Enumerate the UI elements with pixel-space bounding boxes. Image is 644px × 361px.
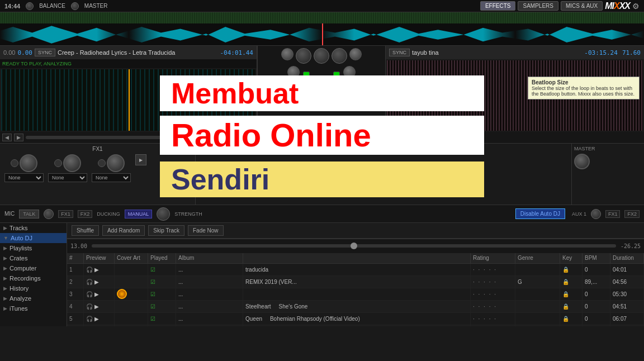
autodj-toggle-button[interactable]: Disable Auto DJ — [515, 208, 565, 219]
right-eq-lo[interactable] — [343, 93, 356, 105]
col-key[interactable]: Key — [560, 253, 583, 263]
samplers-button[interactable]: SAMPLERS — [518, 1, 558, 11]
left-eq-mid[interactable] — [287, 79, 300, 92]
aux-gain-knob[interactable] — [591, 209, 601, 219]
deck-left-loop-out[interactable]: ▶ — [14, 134, 23, 141]
deck-left-sync[interactable]: SYNC — [35, 49, 55, 56]
left-channel-fader[interactable] — [303, 72, 310, 105]
col-genre[interactable]: Genre — [515, 253, 560, 263]
eq-mid-knob[interactable] — [314, 48, 329, 64]
mic-gain-knob[interactable] — [44, 209, 54, 219]
balance-knob[interactable] — [26, 2, 34, 10]
right-eq-hi[interactable] — [343, 66, 356, 78]
add-random-button[interactable]: Add Random — [102, 225, 145, 236]
skip-track-button[interactable]: Skip Track — [148, 225, 184, 236]
mics-aux-button[interactable]: MICS & AUX — [561, 1, 603, 11]
crossfader-slider[interactable] — [92, 244, 616, 248]
beatloop-down[interactable]: ▼ — [394, 134, 403, 141]
col-cover[interactable]: Cover Art — [115, 253, 148, 263]
sidebar-item-crates[interactable]: ▶ Crates — [0, 253, 67, 263]
table-row[interactable]: 3 🎧 ▶ ☑ ... · · · · · 🔒 0 05:30 — [67, 288, 644, 301]
fx-knob-3-group: None — [92, 154, 131, 182]
row4-preview[interactable]: 🎧 ▶ — [84, 301, 115, 312]
eq-crossfader-knob[interactable] — [296, 48, 311, 64]
col-duration[interactable]: Duration — [610, 253, 644, 263]
fx-select-2[interactable]: None — [48, 173, 87, 182]
beatloop-down2[interactable]: ▼ — [422, 134, 432, 141]
col-num[interactable]: # — [67, 253, 84, 263]
eq-headphone-knob[interactable] — [332, 48, 347, 64]
fade-now-button[interactable]: Fade Now — [188, 225, 224, 236]
table-row[interactable]: 6 🎧 ▶ ☑ ... rekaman2 · · · · · F 🔒 122 0… — [67, 325, 644, 326]
row5-preview[interactable]: 🎧 ▶ — [84, 313, 115, 325]
col-title[interactable] — [243, 253, 471, 263]
col-bpm[interactable]: BPM — [583, 253, 610, 263]
col-rating[interactable]: Rating — [471, 253, 515, 263]
sidebar-item-computer[interactable]: ▶ Computer — [0, 263, 67, 273]
row3-preview[interactable]: 🎧 ▶ — [84, 288, 115, 300]
deck-right-bpm: 71.60 — [622, 49, 641, 56]
effects-button[interactable]: EFFECTS — [480, 1, 516, 11]
row2-preview[interactable]: 🎧 ▶ — [84, 276, 115, 288]
left-vu-meter — [312, 76, 317, 104]
deck-right-sync[interactable]: SYNC — [389, 49, 410, 56]
aux-fx2-label: FX2 — [624, 210, 640, 218]
sidebar-item-tracks[interactable]: ▶ Tracks — [0, 223, 67, 233]
sidebar-item-history[interactable]: ▶ History — [0, 283, 67, 293]
sidebar-item-analyze[interactable]: ▶ Analyze — [0, 293, 67, 303]
mic-bar: MIC TALK FX1 FX2 DUCKING MANUAL STRENGTH… — [0, 205, 644, 223]
fx-power-btn-1[interactable] — [11, 159, 18, 167]
row2-title: REMIX 2019 (VER... — [243, 276, 471, 288]
col-played[interactable]: Played — [148, 253, 176, 263]
master-volume-knob[interactable] — [574, 154, 590, 169]
shuffle-button[interactable]: Shuffle — [72, 225, 99, 236]
sidebar-item-playlists[interactable]: ▶ Playlists — [0, 243, 67, 253]
sidebar-item-autodj[interactable]: ▼ Auto DJ — [0, 233, 67, 243]
fx-select-3[interactable]: None — [92, 173, 131, 182]
deck-left-loop-in[interactable]: ◀ — [2, 134, 12, 141]
sidebar: ▶ Tracks ▼ Auto DJ ▶ Playlists ▶ Crates … — [0, 223, 67, 326]
eq-lo-knob[interactable] — [349, 48, 362, 60]
right-channel-fader[interactable] — [333, 72, 340, 105]
row6-preview[interactable]: 🎧 ▶ — [84, 325, 115, 326]
right-eq-mid[interactable] — [343, 79, 356, 92]
fx-knob-1[interactable] — [20, 154, 37, 172]
fx-select-1[interactable]: None — [4, 173, 44, 182]
table-row[interactable]: 2 🎧 ▶ ☑ ... REMIX 2019 (VER... · · · · ·… — [67, 276, 644, 288]
deck-left-waveform[interactable] — [1, 69, 255, 131]
row5-bpm: 0 — [583, 313, 610, 325]
beatloop-val2: 4 — [416, 135, 420, 141]
sidebar-item-itunes[interactable]: ▶ iTunes — [0, 303, 67, 314]
row1-preview[interactable]: 🎧 ▶ — [84, 264, 115, 276]
row4-title: Steelheart She's Gone — [243, 301, 471, 312]
waveform-overview[interactable] — [0, 12, 644, 46]
left-eq-lo[interactable] — [287, 93, 300, 105]
fx-knob-3[interactable] — [107, 154, 125, 172]
beatloop-up[interactable]: ▲ — [405, 134, 414, 141]
fx1-label: FX1 — [58, 210, 73, 218]
cue-button[interactable]: CUE — [456, 134, 472, 141]
beatloop-up2[interactable]: ▲ — [434, 134, 443, 141]
ducking-strength-knob[interactable] — [157, 207, 170, 221]
sidebar-item-recordings[interactable]: ▶ Recordings — [0, 273, 67, 283]
fx-play-btn[interactable]: ▶ — [135, 154, 146, 165]
fx-power-btn-2[interactable] — [54, 159, 62, 167]
row4-album: ... — [176, 301, 243, 312]
table-row[interactable]: 1 🎧 ▶ ☑ ... traducida · · · · · 🔒 0 04:0… — [67, 264, 644, 276]
col-album[interactable]: Album — [176, 253, 243, 263]
ducking-label: DUCKING — [97, 211, 120, 217]
row1-album: ... — [176, 264, 243, 276]
left-eq-hi[interactable] — [287, 66, 300, 78]
fx-knob-2[interactable] — [63, 154, 81, 172]
master-knob[interactable] — [71, 2, 79, 10]
deck-left-position-slider[interactable] — [26, 136, 254, 139]
row3-spinner — [117, 289, 127, 299]
talk-button[interactable]: TALK — [19, 210, 39, 218]
loop-marker1: 1 — [446, 135, 449, 141]
eq-hi-knob[interactable] — [281, 48, 293, 60]
col-preview[interactable]: Preview — [84, 253, 115, 263]
table-row[interactable]: 4 🎧 ▶ ☑ ... Steelheart She's Gone · · · … — [67, 301, 644, 313]
fx-power-btn-3[interactable] — [98, 159, 106, 167]
settings-icon[interactable]: ⚙ — [632, 2, 640, 11]
table-row[interactable]: 5 🎧 ▶ ☑ ... Queen Bohemian Rhapsody (Off… — [67, 313, 644, 325]
